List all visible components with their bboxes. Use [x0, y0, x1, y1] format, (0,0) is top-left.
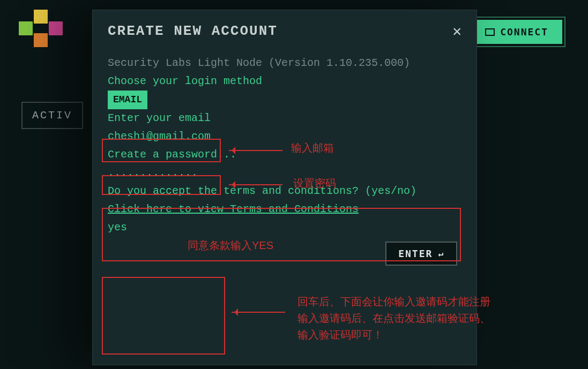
email-input[interactable]: cheshi@gmail.com — [108, 127, 462, 146]
modal-header: CREATE NEW ACCOUNT ✕ — [93, 10, 477, 50]
close-icon: ✕ — [452, 24, 462, 40]
version-line: Security Labs Light Node (Version 1.10.2… — [108, 54, 462, 72]
create-password-label: Create a password... — [108, 146, 462, 164]
enter-return-icon: ↵ — [438, 248, 444, 259]
terms-answer-input[interactable]: yes — [108, 219, 462, 237]
annotation-text-1: 输入邮箱 — [291, 140, 334, 156]
enter-email-label: Enter your email — [108, 109, 462, 127]
connect-label: CONNECT — [500, 26, 548, 37]
annotation-arrow-4 — [232, 312, 285, 313]
accept-terms-label: Do you accept the terms and conditions? … — [108, 182, 462, 200]
annotation-text-2: 设置密码 — [293, 175, 336, 192]
terms-link[interactable]: Click here to view Terms and Conditions — [108, 203, 359, 215]
modal-title: CREATE NEW ACCOUNT — [108, 23, 278, 39]
annotation-text-4: 回车后、下面会让你输入邀请码才能注册 输入邀请码后、在点击发送邮箱验证码、 输入… — [297, 293, 490, 343]
choose-method-label: Choose your login method — [108, 72, 462, 91]
annotation-arrow-1 — [229, 150, 282, 151]
modal-body: Security Labs Light Node (Version 1.10.2… — [93, 50, 477, 241]
logo-blocks-icon — [19, 10, 62, 47]
annotation-text-3: 同意条款输入YES — [188, 237, 273, 254]
annotation-arrow-2 — [229, 184, 282, 185]
connect-button[interactable]: CONNECT — [471, 20, 562, 44]
enter-button[interactable]: ENTER ↵ — [385, 242, 457, 266]
enter-label: ENTER — [398, 248, 433, 259]
close-button[interactable]: ✕ — [452, 22, 462, 40]
wallet-icon — [485, 28, 495, 36]
activity-tab[interactable]: ACTIV — [21, 102, 83, 129]
password-input[interactable]: .............. — [108, 164, 462, 182]
email-method-badge[interactable]: EMAIL — [108, 91, 147, 109]
app-logo — [19, 10, 62, 47]
